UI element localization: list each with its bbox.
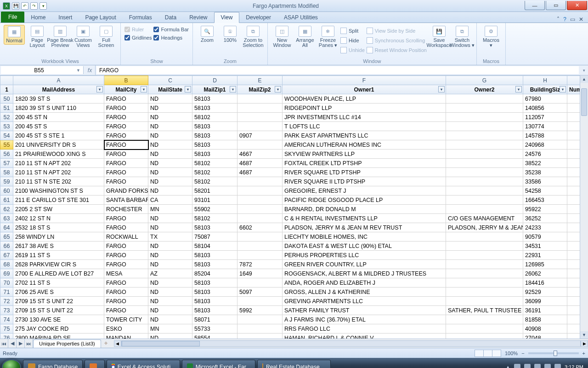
cell[interactable]: 58103 [192, 251, 237, 260]
cell[interactable]: FARGO [104, 288, 148, 297]
cell[interactable]: 200 45 ST N [13, 113, 104, 122]
cell[interactable]: BARNARD, DR DONALD M [283, 205, 446, 214]
cell[interactable]: 7872 [237, 260, 283, 269]
grid[interactable]: ABCDEFGH 1MailAddress▾MailCity▾MailState… [0, 75, 580, 339]
cell[interactable] [567, 122, 580, 131]
cell[interactable]: MN [148, 324, 192, 334]
column-header-C[interactable]: C [148, 76, 192, 85]
cell[interactable]: 184416 [523, 278, 567, 288]
split-button[interactable]: Split [340, 27, 365, 35]
chk-formula-bar[interactable]: Formula Bar [153, 27, 189, 32]
cell[interactable]: PLADSON, JERRY M & JEAN [446, 223, 523, 232]
cell[interactable]: 200 45 ST S [13, 122, 104, 131]
row-header[interactable]: 65 [0, 232, 13, 242]
cell[interactable]: ROGGENSACK, ALBERT M & MILDRED J TRUSTEE… [283, 269, 446, 278]
cell[interactable] [237, 324, 283, 334]
cell[interactable]: 5097 [237, 288, 283, 297]
cell[interactable]: 58103 [192, 278, 237, 288]
cell[interactable]: FARGO [104, 251, 148, 260]
cell[interactable]: 2730 130 AVE SE [13, 315, 104, 324]
cell[interactable]: DAKOTA EAST & WEST LLC (90%) ETAL [283, 242, 446, 251]
sheet-nav-prev-icon[interactable]: ◀ [8, 339, 17, 348]
cell[interactable]: 5992 [237, 306, 283, 315]
cell[interactable] [446, 150, 523, 159]
cell[interactable]: FARGO [104, 260, 148, 269]
cell[interactable] [237, 104, 283, 113]
cell[interactable]: LIECHTY MOBILE HOMES, INC [283, 232, 446, 242]
tab-insert[interactable]: Insert [52, 12, 79, 23]
cell[interactable]: GREGOIRE, ERNEST J [283, 186, 446, 196]
cell[interactable] [446, 205, 523, 214]
tray-icon[interactable] [554, 364, 561, 368]
cell[interactable]: 58103 [192, 223, 237, 232]
cell[interactable] [446, 131, 523, 140]
cell[interactable] [237, 278, 283, 288]
cell[interactable]: MANDAN [104, 334, 148, 339]
cell[interactable]: C & H RENTAL INVESTMENTS LLP [283, 214, 446, 223]
column-header-B[interactable]: B [104, 76, 148, 85]
cell[interactable] [567, 186, 580, 196]
cell[interactable] [446, 288, 523, 297]
cell[interactable]: CA [148, 196, 192, 205]
row-header[interactable]: 67 [0, 251, 13, 260]
cell[interactable]: 210 11 ST N APT 202 [13, 159, 104, 168]
cell[interactable] [237, 315, 283, 324]
cell[interactable]: ND [148, 131, 192, 140]
view-custom-button[interactable]: ▣Custom Views [73, 25, 94, 49]
cell[interactable]: WOODHAVEN PLACE, LLP [283, 94, 446, 104]
cell[interactable]: 2709 15 ST S UNIT 22 [13, 297, 104, 306]
cell[interactable]: SANTA BARBAR [104, 196, 148, 205]
cell[interactable]: FARGO [104, 140, 148, 150]
cell[interactable]: 130774 [523, 122, 567, 131]
filter-icon[interactable]: ▾ [438, 86, 445, 92]
cell[interactable] [446, 278, 523, 288]
cell[interactable]: SATHER FAMILY TRUST [283, 306, 446, 315]
cell[interactable]: 67980 [523, 94, 567, 104]
cell[interactable] [237, 122, 283, 131]
zoom-out-icon[interactable]: − [521, 351, 524, 356]
tab-review[interactable]: Review [183, 12, 214, 23]
field-header[interactable]: MailAddress▾ [13, 85, 104, 94]
sheet-nav-last-icon[interactable]: ⏭ [25, 339, 33, 348]
cell[interactable] [446, 159, 523, 168]
row-header[interactable]: 63 [0, 214, 13, 223]
cell[interactable]: 58102 [192, 168, 237, 177]
cell[interactable] [567, 214, 580, 223]
cell[interactable]: MESA [104, 269, 148, 278]
cell[interactable]: 27048 [523, 334, 567, 339]
cell[interactable]: MN [148, 205, 192, 214]
tab-view[interactable]: View [214, 12, 240, 23]
cell[interactable]: 275 JAY COOKE RD [13, 324, 104, 334]
row-header[interactable]: 58 [0, 168, 13, 177]
filter-icon[interactable]: ▾ [230, 86, 236, 92]
cell[interactable] [237, 196, 283, 205]
cell[interactable]: 75087 [192, 232, 237, 242]
zoom-in-icon[interactable]: + [582, 351, 585, 356]
cell[interactable] [237, 177, 283, 186]
sheet-nav-next-icon[interactable]: ▶ [17, 339, 25, 348]
cell[interactable] [237, 140, 283, 150]
column-header-E[interactable]: E [237, 76, 283, 85]
cell[interactable]: RIVER SQUARE LTD PTSHP [283, 168, 446, 177]
cell[interactable]: ANDA, ROGER AND ELIZABETH J [283, 278, 446, 288]
tab-formulas[interactable]: Formulas [123, 12, 158, 23]
cell[interactable] [237, 334, 283, 339]
ribbon-minimize-icon[interactable]: ˄ [557, 16, 560, 23]
cell[interactable]: 0907 [237, 131, 283, 140]
cell[interactable]: 58103 [192, 297, 237, 306]
fx-icon[interactable]: fx [85, 65, 96, 75]
field-header[interactable]: MailCity▾ [104, 85, 148, 94]
redo-icon[interactable]: ↷ [30, 2, 38, 10]
cell[interactable] [567, 278, 580, 288]
cell[interactable]: ND [148, 122, 192, 131]
zoom-button[interactable]: 🔍Zoom [197, 25, 218, 44]
cell[interactable]: 58103 [192, 260, 237, 269]
cell[interactable]: JPR INVESTMENTS LLC #14 [283, 113, 446, 122]
tab-home[interactable]: Home [24, 12, 52, 23]
cell[interactable] [567, 131, 580, 140]
cell[interactable] [567, 324, 580, 334]
cell[interactable] [567, 269, 580, 278]
field-header[interactable]: MailState▾ [148, 85, 192, 94]
filter-icon[interactable]: ▾ [515, 86, 522, 92]
tray-network-icon[interactable] [534, 364, 541, 368]
